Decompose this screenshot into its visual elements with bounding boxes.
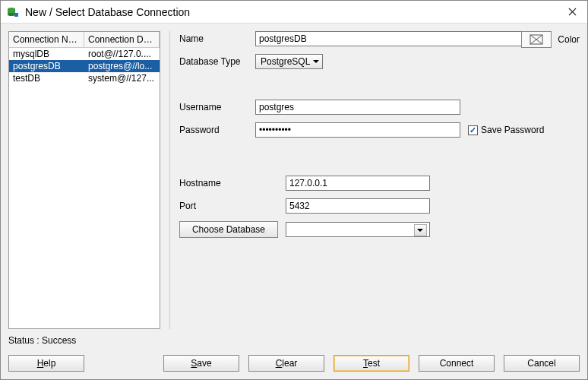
color-swatch-icon[interactable]	[521, 31, 552, 48]
close-icon[interactable]	[563, 3, 581, 21]
connection-name: mysqlDB	[9, 48, 84, 60]
username-label: Username	[179, 102, 255, 112]
connection-row[interactable]: mysqlDBroot@//127.0....	[9, 48, 160, 60]
connection-name: testDB	[9, 72, 84, 84]
save-button[interactable]: Save	[163, 355, 239, 372]
status-text: Status : Success	[1, 334, 587, 350]
check-icon: ✓	[468, 125, 478, 135]
test-button[interactable]: Test	[334, 355, 409, 372]
titlebar: New / Select Database Connection	[1, 1, 587, 24]
save-password-label: Save Password	[481, 125, 544, 135]
connections-panel: Connection Na... Connection De... mysqlD…	[8, 31, 160, 329]
database-select[interactable]	[286, 222, 430, 237]
connection-row[interactable]: postgresDBpostgres@//lo...	[9, 60, 160, 72]
port-input[interactable]	[286, 198, 430, 214]
connection-detail: system@//127...	[84, 72, 160, 84]
connection-detail: root@//127.0....	[84, 48, 160, 60]
clear-button[interactable]: Clear	[248, 355, 324, 372]
connections-table-header: Connection Na... Connection De...	[9, 32, 160, 48]
password-input[interactable]	[255, 122, 460, 138]
password-label: Password	[179, 125, 255, 135]
bottom-button-bar: Help Save Clear Test Connect Cancel	[1, 350, 587, 379]
header-connection-detail[interactable]: Connection De...	[84, 32, 160, 47]
connection-name: postgresDB	[9, 60, 84, 72]
content-area: Connection Na... Connection De... mysqlD…	[1, 24, 587, 334]
hostname-input[interactable]	[286, 176, 430, 191]
database-type-select[interactable]: PostgreSQL	[255, 54, 323, 69]
cancel-button[interactable]: Cancel	[504, 355, 580, 372]
window-title: New / Select Database Connection	[25, 6, 563, 18]
svg-rect-3	[14, 13, 18, 17]
dialog-window: New / Select Database Connection Connect…	[0, 0, 588, 380]
port-label: Port	[179, 201, 286, 211]
database-connection-icon	[7, 6, 19, 18]
form-panel: Color Name Database Type PostgreSQL User…	[169, 31, 580, 329]
color-label: Color	[558, 34, 580, 45]
save-password-checkbox[interactable]: ✓ Save Password	[468, 125, 544, 135]
connection-row[interactable]: testDBsystem@//127...	[9, 72, 160, 84]
choose-database-button[interactable]: Choose Database	[179, 221, 278, 238]
help-button[interactable]: Help	[8, 355, 84, 372]
name-label: Name	[179, 33, 255, 44]
svg-point-2	[8, 13, 15, 16]
header-connection-name[interactable]: Connection Na...	[9, 32, 84, 47]
connections-table[interactable]: Connection Na... Connection De... mysqlD…	[8, 31, 160, 329]
hostname-label: Hostname	[179, 178, 286, 188]
name-input[interactable]	[255, 31, 544, 46]
color-picker[interactable]: Color	[521, 31, 580, 48]
connect-button[interactable]: Connect	[419, 355, 495, 372]
connection-detail: postgres@//lo...	[84, 60, 160, 72]
database-type-label: Database Type	[179, 56, 255, 67]
username-input[interactable]	[255, 100, 460, 115]
database-type-value: PostgreSQL	[261, 56, 310, 67]
